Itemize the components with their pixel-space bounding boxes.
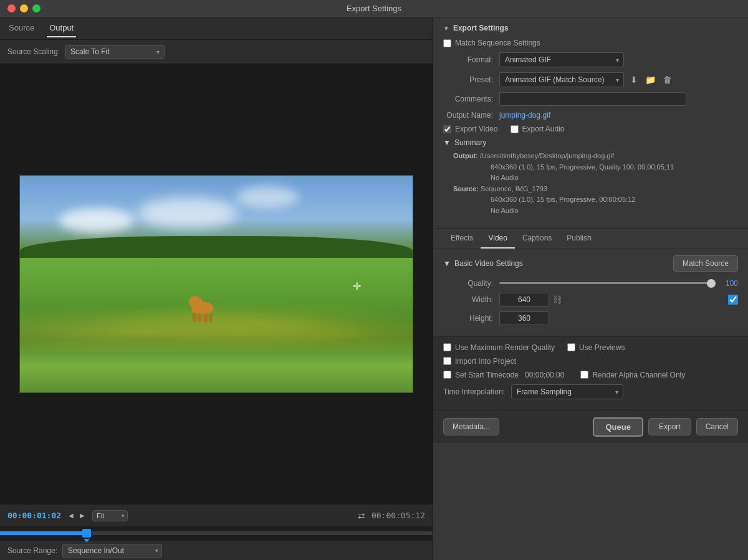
link-chain-icon[interactable]: ⛓ — [553, 295, 562, 305]
dog — [185, 295, 223, 323]
progress-area[interactable] — [0, 526, 433, 540]
match-source-button[interactable]: Match Source — [673, 255, 738, 272]
tab-publish[interactable]: Publish — [559, 229, 598, 249]
comments-control — [499, 92, 738, 106]
use-previews-label[interactable]: Use Previews — [579, 343, 625, 352]
dog-head — [189, 296, 203, 307]
set-start-timecode-checkbox[interactable] — [443, 371, 451, 379]
render-alpha-label[interactable]: Render Alpha Channel Only — [592, 371, 685, 379]
constrain-proportions-checkbox[interactable] — [728, 295, 738, 305]
format-control: Animated GIF H.264 HEVC QuickTime — [499, 52, 738, 67]
zoom-select[interactable]: Fit 25% 50% 100% 150% 200% — [92, 510, 128, 521]
tab-output[interactable]: Output — [47, 19, 76, 37]
comments-input[interactable] — [499, 92, 686, 106]
panel-tabs: Effects Video Captions Publish — [433, 229, 748, 249]
dog-leg2 — [198, 313, 201, 322]
right-panel: ▼ Export Settings Match Sequence Setting… — [433, 17, 748, 560]
height-label: Height: — [443, 314, 493, 323]
format-select[interactable]: Animated GIF H.264 HEVC QuickTime — [499, 52, 624, 67]
window-controls — [7, 4, 41, 12]
export-audio-checkbox[interactable] — [511, 125, 519, 133]
quality-slider[interactable] — [499, 282, 716, 284]
summary-content: Output: /Users/timthybesey/Desktop/jumpi… — [443, 151, 738, 217]
source-scaling-label: Source Scaling: — [7, 47, 60, 56]
progress-track — [0, 531, 433, 535]
source-range-label: Source Range: — [7, 546, 57, 555]
queue-button[interactable]: Queue — [593, 417, 643, 437]
tab-video[interactable]: Video — [481, 229, 514, 249]
preset-select-wrapper: Animated GIF (Match Source) Animated GIF… — [499, 72, 624, 87]
tab-source[interactable]: Source — [6, 19, 37, 37]
preview-area: ✛ — [0, 64, 433, 504]
title-bar: Export Settings — [0, 0, 748, 17]
set-start-timecode-label[interactable]: Set Start Timecode — [455, 371, 519, 379]
interpolation-select[interactable]: Frame Sampling Frame Blending Optical Fl… — [511, 384, 623, 399]
preset-save-btn[interactable]: ⬇ — [628, 74, 640, 86]
minimize-button[interactable] — [20, 4, 28, 12]
use-max-render-label[interactable]: Use Maximum Render Quality — [455, 343, 555, 352]
summary-source-name: Sequence, IMG_1793 — [481, 185, 547, 192]
export-video-checkbox[interactable] — [443, 125, 451, 133]
export-video-label[interactable]: Export Video — [455, 125, 498, 133]
tab-effects[interactable]: Effects — [443, 229, 481, 249]
comments-label: Comments: — [443, 95, 493, 103]
basic-video-collapse-icon[interactable]: ▼ — [443, 259, 451, 268]
cloud2 — [138, 197, 237, 229]
end-time-display: 00:00:05:12 — [372, 511, 425, 520]
cancel-button[interactable]: Cancel — [696, 418, 738, 435]
summary-output-label: Output: — [453, 152, 478, 159]
height-input[interactable] — [499, 311, 549, 325]
export-settings-collapse-icon[interactable]: ▼ — [443, 25, 449, 32]
match-sequence-label[interactable]: Match Sequence Settings — [455, 39, 540, 47]
use-previews-checkbox[interactable] — [567, 343, 575, 351]
import-into-project-checkbox[interactable] — [443, 357, 451, 365]
summary-output-audio: No Audio — [453, 174, 519, 181]
export-settings-title: Export Settings — [453, 24, 509, 32]
import-row: Import Into Project — [443, 357, 738, 366]
output-name-link[interactable]: jumping-dog.gif — [499, 111, 550, 120]
source-scaling-wrapper: Scale To Fit Scale To Fill Stretch To Fi… — [65, 45, 165, 59]
import-into-project-label[interactable]: Import Into Project — [455, 357, 516, 366]
export-button[interactable]: Export — [648, 418, 691, 435]
export-audio-label[interactable]: Export Audio — [522, 125, 565, 133]
width-row: Width: ⛓ — [443, 293, 738, 306]
play-forward-btn[interactable]: ▶ — [79, 511, 86, 520]
timecode-value: 00;00;00;00 — [525, 371, 564, 379]
output-name-label: Output Name: — [443, 111, 493, 120]
width-input[interactable] — [499, 293, 549, 306]
maximize-button[interactable] — [32, 4, 41, 12]
match-sequence-row: Match Sequence Settings — [443, 39, 738, 47]
source-scaling-select[interactable]: Scale To Fit Scale To Fill Stretch To Fi… — [65, 45, 165, 59]
use-max-render-checkbox[interactable] — [443, 343, 451, 351]
source-range-select[interactable]: Sequence In/Out Work Area Entire Sequenc… — [62, 544, 162, 558]
basic-video-title: Basic Video Settings — [454, 259, 523, 268]
dog-leg1 — [193, 313, 196, 322]
close-button[interactable] — [7, 4, 16, 12]
width-label: Width: — [443, 295, 493, 304]
interpolation-row: Time Interpolation: Frame Sampling Frame… — [443, 384, 738, 399]
render-alpha-item: Render Alpha Channel Only — [580, 371, 685, 379]
cloud3 — [236, 186, 299, 208]
current-time-display: 00:00:01:02 — [7, 511, 61, 520]
action-buttons: Metadata... Queue Export Cancel — [433, 411, 748, 443]
summary-collapse-icon[interactable]: ▼ — [443, 138, 451, 147]
comments-row: Comments: — [443, 92, 738, 106]
tab-captions[interactable]: Captions — [515, 229, 559, 249]
preset-folder-btn[interactable]: 📁 — [643, 74, 658, 86]
progress-thumb[interactable] — [82, 529, 91, 538]
loop-icon[interactable]: ⇄ — [358, 511, 365, 521]
render-alpha-checkbox[interactable] — [580, 371, 588, 379]
set-timecode-item: Set Start Timecode — [443, 371, 519, 379]
export-checks-row: Export Video Export Audio — [443, 125, 738, 133]
zoom-select-wrapper: Fit 25% 50% 100% 150% 200% — [92, 510, 128, 521]
tabs-row: Source Output — [0, 17, 433, 40]
preset-delete-btn[interactable]: 🗑 — [661, 74, 674, 86]
preset-select[interactable]: Animated GIF (Match Source) Animated GIF… — [499, 72, 624, 87]
height-row: Height: — [443, 311, 738, 325]
play-controls: ◀ ▶ — [67, 511, 86, 520]
metadata-button[interactable]: Metadata... — [443, 418, 499, 435]
play-back-btn[interactable]: ◀ — [67, 511, 75, 520]
match-sequence-checkbox[interactable] — [443, 39, 451, 47]
output-name-control: jumping-dog.gif — [499, 111, 738, 120]
export-audio-item: Export Audio — [511, 125, 565, 133]
